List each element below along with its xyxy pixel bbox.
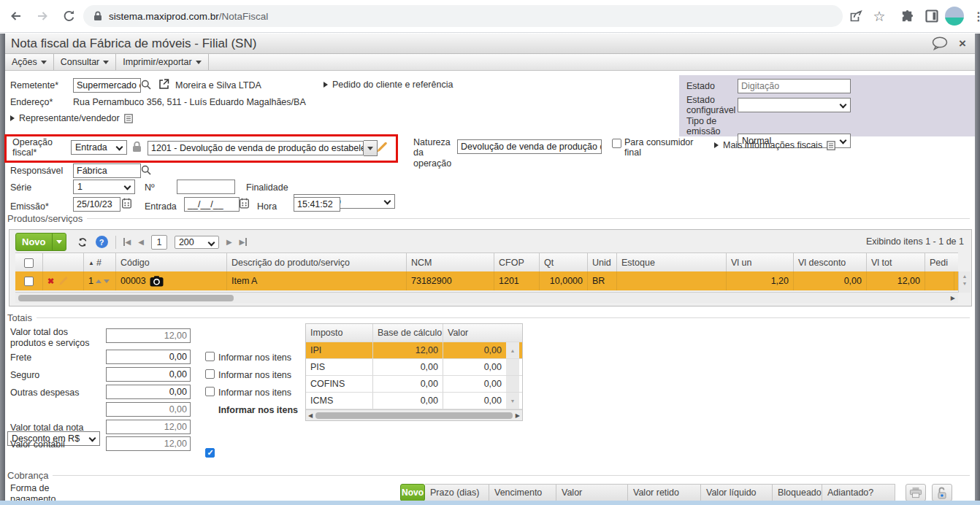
col-estoque[interactable]: Estoque — [617, 253, 727, 272]
print-button[interactable] — [906, 484, 926, 501]
representante-toggle[interactable]: Representante/vendedor — [10, 113, 133, 123]
chat-bubble-icon[interactable] — [931, 36, 949, 50]
search-icon[interactable] — [141, 80, 151, 92]
table-row[interactable]: 1 00003 Item A 73182900 1201 10,0000 BR … — [15, 271, 958, 290]
novo-item-button[interactable]: Novo — [15, 233, 66, 251]
delete-row-icon[interactable] — [47, 277, 54, 286]
frete-informar-checkbox[interactable] — [205, 352, 215, 361]
serie-select[interactable]: 1 — [73, 180, 135, 194]
menu-acoes[interactable]: Ações — [5, 54, 54, 70]
col-valor[interactable]: Valor — [443, 324, 506, 342]
select-all-checkbox[interactable] — [24, 258, 34, 268]
seguro-input[interactable]: 0,00 — [106, 367, 191, 382]
scroll-left-icon[interactable]: ◀ — [306, 412, 313, 419]
col-cfop[interactable]: CFOP — [494, 253, 540, 272]
calendar-icon[interactable] — [240, 198, 249, 211]
col-valor-liquido[interactable]: Valor líquido — [701, 484, 773, 501]
para-consumidor-final-checkbox[interactable] — [612, 139, 621, 148]
page-number[interactable]: 1 — [151, 235, 167, 250]
operacao-fiscal-combo[interactable]: 1201 - Devolução de venda de produção do… — [148, 140, 378, 156]
imposto-row[interactable]: IPI 12,00 0,00 ▲ — [306, 342, 522, 359]
desconto-informar-checkbox[interactable] — [205, 448, 215, 458]
menu-imprimir-exportar[interactable]: Imprimir/exportar — [116, 54, 208, 70]
first-page-icon[interactable]: ◀ — [123, 238, 131, 246]
col-base-calculo[interactable]: Base de cálculo — [373, 324, 443, 342]
scroll-down-icon[interactable]: ▼ — [962, 281, 968, 286]
refresh-icon[interactable] — [77, 236, 88, 248]
grid-vertical-scrollbar[interactable]: ▲ ▼ — [958, 271, 971, 293]
col-vl-tot[interactable]: Vl tot — [867, 253, 925, 272]
col-vl-desconto[interactable]: Vl desconto — [794, 253, 867, 272]
remetente-input[interactable]: Supermercado esp — [73, 78, 141, 93]
move-down-icon[interactable] — [104, 280, 110, 283]
imposto-row[interactable]: PIS 0,00 0,00 — [306, 359, 522, 376]
col-unid[interactable]: Unid — [588, 253, 617, 272]
chevron-down-icon[interactable] — [52, 234, 66, 250]
frete-input[interactable]: 0,00 — [106, 350, 191, 364]
camera-icon[interactable] — [150, 276, 164, 287]
browser-reload-icon[interactable] — [60, 7, 77, 25]
address-bar[interactable]: sistema.maxiprod.com.br/NotaFiscal — [83, 5, 843, 27]
prev-page-icon[interactable]: ◀ — [138, 238, 144, 246]
edit-pencil-icon[interactable] — [376, 141, 388, 155]
browser-back-icon[interactable] — [7, 7, 25, 25]
browser-forward-icon[interactable] — [34, 7, 51, 25]
col-descricao[interactable]: Descrição do produto/serviço — [227, 253, 407, 272]
col-bloqueado[interactable]: Bloqueado — [773, 484, 822, 501]
col-vl-un[interactable]: Vl un — [727, 253, 794, 272]
natureza-operacao-input[interactable]: Devolução de venda de produção d — [457, 139, 602, 154]
col-prazo[interactable]: Prazo (dias) — [425, 484, 489, 501]
grid-horizontal-scrollbar[interactable]: ▶ — [15, 292, 958, 303]
col-vencimento[interactable]: Vencimento — [489, 484, 556, 501]
scrollbar-thumb[interactable] — [18, 295, 234, 301]
scroll-right-icon[interactable]: ▶ — [951, 295, 958, 301]
col-valor[interactable]: Valor — [556, 484, 628, 501]
scroll-up-icon[interactable]: ▲ — [962, 274, 968, 279]
estado-configuravel-select[interactable] — [738, 98, 851, 112]
entrada-input[interactable]: __/__/__ — [184, 197, 240, 212]
scrollbar-thumb[interactable] — [315, 412, 513, 419]
scroll-up-icon[interactable]: ▲ — [506, 342, 519, 358]
col-codigo[interactable]: Código — [116, 253, 227, 272]
emissao-input[interactable]: 25/10/23 — [73, 197, 120, 212]
scroll-down-icon[interactable]: ▼ — [506, 393, 519, 409]
outras-informar-checkbox[interactable] — [205, 387, 215, 396]
novo-cobranca-button[interactable]: Novo — [400, 484, 425, 501]
seguro-informar-checkbox[interactable] — [205, 369, 215, 379]
scroll-right-icon[interactable]: ▶ — [516, 412, 522, 419]
side-panel-icon[interactable] — [923, 7, 941, 25]
last-page-icon[interactable]: ▶ — [240, 238, 248, 246]
pedido-cliente-toggle[interactable]: Pedido do cliente e referência — [324, 80, 453, 90]
bookmark-star-icon[interactable]: ☆ — [870, 7, 888, 25]
browser-menu-dots-icon[interactable]: ⋮ — [970, 7, 980, 25]
operacao-fiscal-combo-text[interactable]: 1201 - Devolução de venda de produção do… — [148, 141, 364, 155]
col-pedido[interactable]: Pedi — [925, 253, 954, 272]
mais-informacoes-toggle[interactable]: Mais informações fiscais — [714, 140, 835, 150]
impostos-horizontal-scrollbar[interactable]: ◀ ▶ — [306, 409, 522, 420]
col-ncm[interactable]: NCM — [407, 253, 494, 272]
calendar-icon[interactable] — [122, 198, 131, 211]
profile-avatar[interactable] — [945, 7, 964, 26]
col-valor-retido[interactable]: Valor retido — [628, 484, 701, 501]
operacao-tipo-select[interactable]: Entrada — [71, 140, 127, 155]
outras-despesas-input[interactable]: 0,00 — [106, 385, 191, 399]
row-checkbox[interactable] — [24, 277, 34, 286]
edit-pencil-icon[interactable] — [58, 276, 69, 286]
col-adiantado[interactable]: Adiantado? — [822, 484, 895, 501]
col-qt[interactable]: Qt — [540, 253, 588, 272]
numero-input[interactable] — [177, 180, 235, 194]
responsavel-input[interactable]: Fábrica — [73, 163, 141, 178]
col-imposto[interactable]: Imposto — [306, 324, 373, 342]
move-up-icon[interactable] — [96, 280, 102, 283]
menu-consultar[interactable]: Consultar — [54, 54, 117, 70]
next-page-icon[interactable]: ▶ — [226, 238, 232, 246]
imposto-row[interactable]: ICMS 0,00 0,00 ▼ — [306, 393, 522, 409]
open-external-icon[interactable] — [158, 78, 169, 92]
extensions-puzzle-icon[interactable] — [898, 7, 916, 25]
col-num[interactable]: ▲# — [84, 253, 116, 272]
close-icon[interactable]: × — [959, 36, 966, 51]
hora-input[interactable]: 15:41:52 — [294, 197, 340, 212]
help-icon[interactable] — [96, 236, 108, 248]
share-icon[interactable] — [847, 7, 865, 25]
lock-button[interactable] — [932, 484, 952, 501]
